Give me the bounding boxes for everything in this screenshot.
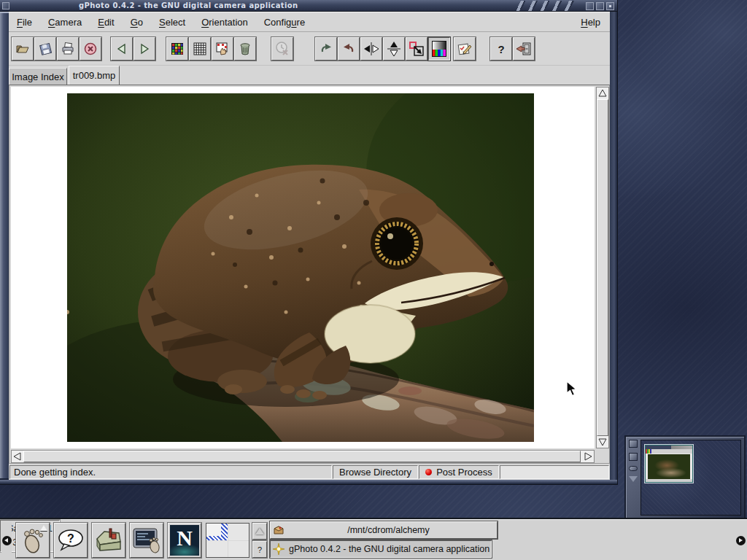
menu-camera[interactable]: Camera — [40, 12, 90, 31]
close-image-button[interactable] — [80, 37, 101, 61]
delete-button[interactable] — [234, 37, 256, 61]
panel-hide-left-button[interactable] — [1, 521, 12, 559]
control-center-launcher[interactable] — [92, 523, 125, 558]
workspace-3[interactable] — [206, 541, 228, 557]
open-button[interactable] — [12, 37, 34, 61]
menu-select[interactable]: Select — [151, 12, 193, 31]
back-button[interactable] — [111, 37, 133, 61]
save-floppy-icon — [38, 42, 53, 56]
horizontal-scroll-thumb[interactable] — [23, 451, 581, 462]
netscape-launcher[interactable]: N — [168, 523, 201, 558]
scroll-up-arrow[interactable] — [597, 88, 608, 99]
task-label: gPhoto 0.4.2 - the GNU digital camera ap… — [287, 544, 492, 554]
scroll-right-arrow[interactable] — [582, 451, 594, 462]
window-border-right[interactable] — [610, 12, 617, 480]
help-browser-launcher[interactable]: ? — [54, 523, 88, 558]
menu-configure[interactable]: Configure — [256, 12, 313, 31]
menu-go[interactable]: Go — [123, 12, 151, 31]
toolbar-group-index — [166, 37, 257, 61]
window-titlebar[interactable]: gPhoto 0.4.2 - the GNU digital camera ap… — [0, 0, 617, 12]
label-text: elp — [588, 17, 600, 28]
flip-horizontal-button[interactable] — [360, 37, 382, 61]
red-led-icon — [425, 469, 432, 475]
horizontal-scrollbar[interactable] — [11, 450, 595, 463]
flip-vertical-button[interactable] — [383, 37, 405, 61]
color-adjust-button[interactable] — [428, 37, 450, 61]
menu-help[interactable]: Help — [573, 12, 608, 31]
status-text: Done getting index. — [14, 467, 96, 478]
menu-edit[interactable]: Edit — [90, 12, 122, 31]
window-border-bottom[interactable] — [0, 480, 617, 484]
arrow-right-icon — [137, 42, 152, 56]
menu-orientation[interactable]: Orientation — [193, 12, 256, 31]
tab-image-index[interactable]: Image Index — [9, 68, 67, 85]
clock-x-icon — [274, 41, 290, 57]
rotate-ccw-icon — [341, 42, 356, 56]
exit-button[interactable] — [513, 37, 535, 61]
open-folder-icon — [15, 42, 30, 56]
browse-directory-button[interactable]: Browse Directory — [333, 465, 418, 479]
menu-file[interactable]: File — [9, 12, 40, 31]
image-viewport[interactable] — [11, 87, 595, 448]
thumbnail-toolbar — [646, 449, 692, 454]
label-text: G — [131, 17, 138, 28]
pager-knob[interactable] — [629, 453, 638, 461]
terminal-launcher[interactable] — [130, 523, 163, 558]
workspace-pager[interactable] — [206, 523, 249, 558]
window-content: File Camera Edit Go Select Orientation C… — [9, 12, 610, 480]
svg-text:?: ? — [67, 532, 74, 545]
pager-arrow-icon[interactable] — [629, 476, 638, 482]
vertical-scrollbar[interactable] — [596, 87, 609, 448]
help-button[interactable]: ? — [490, 37, 512, 61]
label-text: u — [291, 17, 296, 28]
window-close-button[interactable] — [606, 2, 614, 10]
scroll-down-arrow[interactable] — [597, 436, 608, 448]
download-index-button[interactable] — [189, 37, 211, 61]
workspace-4[interactable] — [228, 541, 249, 557]
resize-button[interactable] — [406, 37, 427, 61]
gnome-main-menu-button[interactable] — [16, 523, 50, 558]
live-camera-button — [271, 37, 293, 61]
rotate-cw-icon — [319, 42, 333, 56]
properties-button[interactable] — [454, 37, 476, 61]
panel-hide-right-button[interactable] — [735, 521, 746, 559]
download-selected-button[interactable] — [212, 37, 233, 61]
desktop-pager[interactable] — [624, 435, 746, 520]
window-iconify-button[interactable] — [586, 2, 594, 10]
pager-window-thumbnail[interactable] — [645, 445, 693, 483]
rotate-counterclockwise-button[interactable] — [338, 37, 360, 61]
toolbar-group-live — [271, 37, 294, 61]
notebook-tabs: Image Index tr009.bmp — [9, 66, 610, 85]
rotate-clockwise-button[interactable] — [315, 37, 337, 61]
vertical-scroll-thumb[interactable] — [597, 99, 608, 436]
status-message: Done getting index. — [9, 465, 332, 479]
window-maximize-button[interactable] — [596, 2, 604, 10]
scroll-left-arrow[interactable] — [12, 451, 23, 462]
window-menu-button[interactable] — [2, 2, 9, 9]
task-button-alchemy[interactable]: /mnt/cdrom/alchemy — [270, 521, 498, 539]
save-button[interactable] — [34, 37, 56, 61]
grid-hand-icon — [215, 42, 230, 56]
toolbar-group-file — [12, 37, 102, 61]
pager-desktop-area[interactable] — [640, 440, 741, 516]
window-border-left[interactable] — [0, 12, 9, 480]
mouse-cursor — [566, 381, 578, 397]
toolbox-icon — [94, 527, 123, 553]
pager-knob[interactable] — [629, 440, 638, 448]
print-button[interactable] — [57, 37, 79, 61]
workspace-1-window[interactable] — [206, 524, 221, 536]
download-thumbnails-button[interactable] — [166, 37, 188, 61]
pager-knob[interactable] — [629, 466, 638, 471]
label-text: O — [201, 17, 209, 28]
pager-expand-button[interactable] — [252, 523, 267, 540]
task-button-gphoto[interactable]: gPhoto 0.4.2 - the GNU digital camera ap… — [270, 540, 492, 558]
tab-tr009-bmp[interactable]: tr009.bmp — [69, 66, 120, 85]
forward-button[interactable] — [133, 37, 155, 61]
help-bubble-icon: ? — [57, 528, 85, 553]
progress-bar — [500, 465, 609, 479]
workspace-2[interactable] — [228, 524, 249, 540]
plain-grid-icon — [193, 42, 207, 56]
pager-help-button[interactable]: ? — [252, 541, 267, 558]
notepad-pencil-icon — [457, 41, 473, 57]
post-process-toggle[interactable]: Post Process — [419, 465, 499, 479]
